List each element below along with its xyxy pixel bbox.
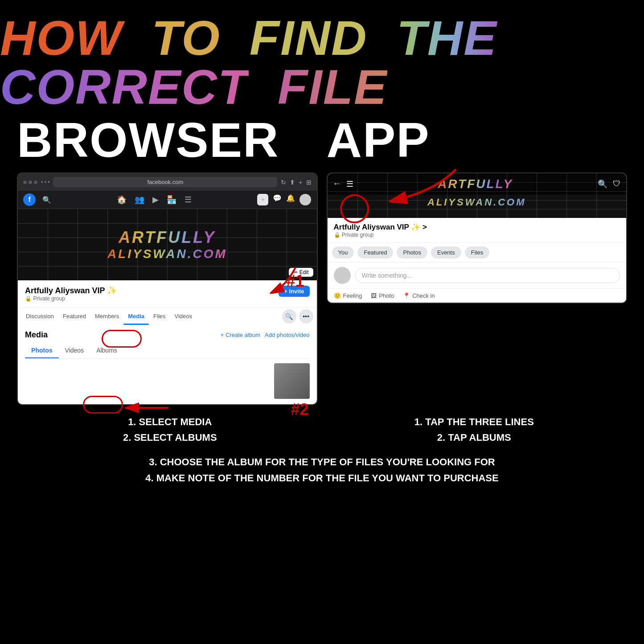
feeling-action[interactable]: 🙂 Feeling [334,292,362,299]
tab-files[interactable]: Files [149,308,170,325]
video-icon[interactable]: ▶ [152,195,159,205]
plus-icon[interactable]: + [257,194,268,205]
facebook-nav: f 🔍 🏠 👥 ▶ 🏪 ☰ + 💬 🔔 [18,191,316,209]
app-instructions: 1. TAP THE THREE LINES 2. TAP ALBUMS [322,414,627,445]
app-write-section: Write something... [328,263,626,288]
browser-dots [23,180,37,184]
shared-instructions: 3. CHOOSE THE ALBUM FOR THE TYPE OF FILE… [0,454,644,494]
title-to: TO [152,10,221,65]
tab-actions: 🔍 ••• [282,308,313,325]
tab-discussion[interactable]: Discussion [21,308,58,325]
browser-group-tabs: Discussion Featured Members Media Files … [18,307,316,325]
home-icon[interactable]: 🏠 [117,195,127,205]
photo-action[interactable]: 🖼 Photo [371,292,394,299]
app-tab-files[interactable]: Files [465,246,489,258]
dot1 [23,180,27,184]
checkin-action[interactable]: 📍 Check in [403,292,435,299]
browser-panel: BROWSER • • • facebook.com ↻ ⬆ + ⊞ [17,111,317,405]
cover-area: ARTFULLY ALIYSWAN.COM ✏ Edit [18,209,316,280]
browser-bar: • • • facebook.com ↻ ⬆ + ⊞ [18,173,316,191]
reload-icon[interactable]: ↻ [281,179,286,186]
grid-v2 [78,209,78,280]
shared-step-3: 3. CHOOSE THE ALBUM FOR THE TYPE OF FILE… [18,454,626,470]
app-grid-v9 [596,173,597,218]
app-action-bar: 🙂 Feeling 🖼 Photo 📍 Check in [328,288,626,303]
photo-thumbnail [274,363,310,399]
browser-profile-info: Artfully Aliyswan VIP ✨ 🔒 Private group … [18,280,316,307]
invite-button[interactable]: + Invite [279,286,309,297]
browser-dots-center: • • • [41,179,49,185]
app-grid-v5 [477,173,477,218]
messenger-icon[interactable]: 💬 [273,194,282,205]
tab-media[interactable]: Media [123,308,149,325]
add-photos-btn[interactable]: Add photos/video [265,332,309,338]
app-panel: APP [327,111,627,405]
grid-v1 [48,209,48,280]
browser-mockup: • • • facebook.com ↻ ⬆ + ⊞ f 🔍 🏠 👥 ▶ 🏪 [17,172,317,405]
create-album-btn[interactable]: + Create album [221,332,260,338]
browser-url[interactable]: facebook.com [53,177,277,187]
app-grid-v3 [417,173,418,218]
photos-tab[interactable]: Photos [25,343,58,358]
title-correct: CORRECT [0,59,249,114]
shared-step-4: 4. MAKE NOTE OF THE NUMBER FOR THE FILE … [18,470,626,486]
cover-artfully: ARTFULLY [107,228,227,247]
dot2 [29,180,32,184]
tab-members[interactable]: Members [90,308,123,325]
media-title: Media [25,330,48,340]
browser-group-name: Artfully Aliyswan VIP ✨ [25,286,117,295]
add-tab-icon[interactable]: + [299,179,302,186]
media-photo-row [25,363,309,399]
app-user-avatar [334,267,351,284]
media-sub-tabs: Photos Videos Albums [25,343,309,359]
edit-button[interactable]: ✏ Edit [289,268,313,277]
user-avatar[interactable] [299,194,311,205]
app-grid-v8 [566,173,567,218]
marketplace-icon[interactable]: 🏪 [167,195,176,205]
bell-icon[interactable]: 🔔 [286,194,295,205]
browser-label: BROWSER [17,111,317,168]
nav-right: + 💬 🔔 [257,194,311,205]
browser-instructions: 1. SELECT MEDIA 2. SELECT ALBUMS [18,414,322,445]
cover-aliyswan: ALIYSWAN.COM [107,247,227,261]
app-tab-featured[interactable]: Featured [357,246,393,258]
media-section: Media + Create album Add photos/video Ph… [18,325,316,404]
videos-tab[interactable]: Videos [59,343,90,358]
search-tab-btn[interactable]: 🔍 [282,309,296,324]
browser-step-1: 1. SELECT MEDIA [18,414,322,430]
checkin-icon: 📍 [403,292,410,299]
app-tab-events[interactable]: Events [431,246,461,258]
app-private-group: 🔒 Private group [334,232,620,238]
write-something-input[interactable]: Write something... [355,268,620,283]
app-tab-you[interactable]: You [332,246,354,258]
grid-icon[interactable]: ⊞ [306,179,312,186]
albums-tab[interactable]: Albums [90,343,123,358]
cover-text: ARTFULLY ALIYSWAN.COM [107,228,227,261]
app-cover-grid [328,173,626,218]
search-icon[interactable]: 🔍 [42,196,51,204]
media-actions: + Create album Add photos/video [221,332,310,338]
title-find: FIND [250,10,368,65]
page-container: HOW TO FIND THE CORRECT FILE BROWSER • •… [0,0,644,644]
share-icon[interactable]: ⬆ [290,179,295,186]
app-group-name: Artfully Aliyswan VIP ✨ > [334,222,620,232]
friends-icon[interactable]: 👥 [135,195,144,205]
app-grid-v2 [387,173,388,218]
title-the: THE [397,10,497,65]
app-grid-v4 [447,173,447,218]
browser-private-group: 🔒 Private group [25,295,117,302]
photo-icon: 🖼 [371,292,377,299]
panels-row: BROWSER • • • facebook.com ↻ ⬆ + ⊞ [0,111,644,405]
menu-icon[interactable]: ☰ [185,195,192,205]
title-file: FILE [278,59,387,114]
main-title: HOW TO FIND THE CORRECT FILE [0,13,644,111]
app-profile-section: Artfully Aliyswan VIP ✨ > 🔒 Private grou… [328,218,626,243]
app-step-1: 1. TAP THE THREE LINES [322,414,627,430]
more-tab-btn[interactable]: ••• [299,309,313,324]
tab-featured[interactable]: Featured [58,308,90,325]
app-tab-photos[interactable]: Photos [397,246,427,258]
tab-videos[interactable]: Videos [170,308,197,325]
feeling-icon: 🙂 [334,292,341,299]
app-grid-v6 [507,173,507,218]
app-grid-v1 [357,173,358,218]
